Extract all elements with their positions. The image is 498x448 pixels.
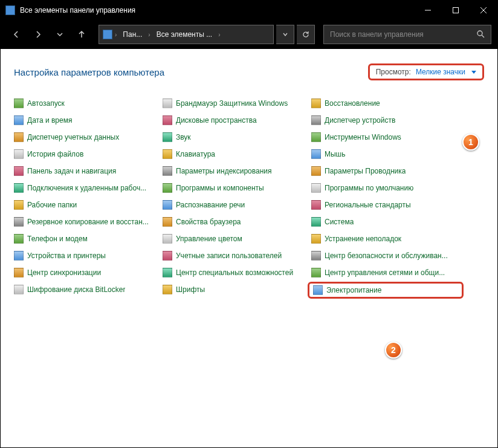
navbar: › Пан... › Все элементы ... › Поиск в па…: [1, 20, 497, 49]
item-label: Электропитание: [326, 286, 381, 294]
item-label: Дата и время: [27, 116, 72, 125]
item-icon: [163, 285, 172, 294]
control-panel-item[interactable]: Дата и время: [14, 114, 163, 126]
item-icon: [163, 132, 172, 142]
control-panel-item[interactable]: Устройства и принтеры: [14, 250, 163, 262]
item-label: Диспетчер устройств: [325, 116, 395, 125]
control-panel-item[interactable]: Клавиатура: [163, 148, 311, 160]
control-panel-item[interactable]: Шрифты: [163, 284, 311, 296]
address-drop-button[interactable]: [276, 25, 294, 44]
titlebar: Все элементы панели управления: [1, 1, 497, 20]
items-grid: АвтозапускБрандмауэр Защитника WindowsВо…: [14, 97, 484, 297]
item-label: Региональные стандарты: [325, 201, 411, 209]
page-title: Настройка параметров компьютера: [14, 67, 164, 77]
minimize-button[interactable]: [414, 1, 442, 20]
view-label: Просмотр:: [376, 68, 411, 76]
breadcrumb-2[interactable]: Все элементы ...: [153, 30, 216, 39]
maximize-button[interactable]: [442, 1, 470, 20]
control-panel-item[interactable]: Брандмауэр Защитника Windows: [163, 97, 311, 109]
item-icon: [163, 99, 172, 108]
control-panel-item[interactable]: Подключения к удаленным рабоч...: [14, 182, 163, 194]
forward-button[interactable]: [28, 25, 48, 44]
item-label: Панель задач и навигация: [27, 167, 116, 175]
control-panel-item[interactable]: Мышь: [311, 148, 460, 160]
control-panel-item[interactable]: Инструменты Windows: [311, 131, 460, 143]
item-label: Центр безопасности и обслуживан...: [325, 252, 448, 260]
control-panel-item[interactable]: Центр синхронизации: [14, 267, 163, 279]
breadcrumb-1[interactable]: Пан...: [119, 30, 146, 39]
control-panel-item[interactable]: Управление цветом: [163, 233, 311, 245]
address-bar[interactable]: › Пан... › Все элементы ... ›: [99, 25, 274, 44]
control-panel-item[interactable]: Восстановление: [311, 97, 460, 109]
control-panel-item[interactable]: История файлов: [14, 148, 163, 160]
item-icon: [311, 251, 321, 261]
item-label: Мышь: [325, 150, 346, 158]
control-panel-item[interactable]: Панель задач и навигация: [14, 165, 163, 177]
item-label: Распознавание речи: [176, 201, 245, 209]
item-icon: [14, 217, 24, 227]
item-label: Автозапуск: [27, 99, 65, 108]
item-label: Резервное копирование и восстан...: [27, 218, 149, 226]
item-label: Управление цветом: [176, 235, 242, 243]
control-panel-item[interactable]: Дисковые пространства: [163, 114, 311, 126]
close-button[interactable]: [470, 1, 497, 20]
item-icon: [311, 268, 321, 278]
item-label: Звук: [176, 133, 191, 141]
view-dropdown[interactable]: Просмотр: Мелкие значки: [368, 63, 484, 80]
item-icon: [14, 200, 24, 210]
item-icon: [311, 132, 321, 142]
item-icon: [163, 149, 172, 159]
control-panel-item[interactable]: Программы и компоненты: [163, 182, 311, 194]
control-panel-item[interactable]: Система: [311, 216, 460, 228]
control-panel-item[interactable]: Параметры индексирования: [163, 165, 311, 177]
item-icon: [311, 234, 321, 244]
chevron-right-icon: ›: [148, 31, 150, 38]
item-label: Устройства и принтеры: [27, 252, 106, 260]
recent-locations-button[interactable]: [50, 25, 70, 44]
control-panel-item[interactable]: Диспетчер учетных данных: [14, 131, 163, 143]
item-label: Программы по умолчанию: [325, 184, 413, 192]
window-title: Все элементы панели управления: [20, 6, 135, 15]
control-panel-item[interactable]: Центр специальных возможностей: [163, 267, 311, 279]
item-icon: [14, 183, 24, 193]
back-button[interactable]: [7, 25, 26, 44]
item-label: Рабочие папки: [27, 201, 77, 209]
control-panel-item[interactable]: Устранение неполадок: [311, 233, 460, 245]
control-panel-item[interactable]: Региональные стандарты: [311, 199, 460, 211]
item-icon: [311, 183, 321, 193]
control-panel-item[interactable]: Распознавание речи: [163, 199, 311, 211]
item-icon: [311, 166, 321, 176]
search-icon: [476, 30, 485, 40]
control-panel-item[interactable]: Автозапуск: [14, 97, 163, 109]
control-panel-item[interactable]: Программы по умолчанию: [311, 182, 460, 194]
refresh-button[interactable]: [297, 25, 315, 44]
control-panel-item[interactable]: Центр управления сетями и общи...: [311, 267, 460, 279]
control-panel-item[interactable]: Свойства браузера: [163, 216, 311, 228]
control-panel-item[interactable]: Телефон и модем: [14, 233, 163, 245]
item-icon: [313, 285, 323, 295]
callout-1: 1: [462, 134, 479, 151]
item-label: Подключения к удаленным рабоч...: [27, 184, 146, 192]
control-panel-window: Все элементы панели управления › Пан...: [0, 0, 498, 448]
item-icon: [14, 115, 24, 125]
item-label: Система: [325, 218, 354, 226]
control-panel-item[interactable]: Шифрование диска BitLocker: [14, 284, 163, 296]
item-label: Шифрование диска BitLocker: [27, 285, 125, 294]
control-panel-item[interactable]: Диспетчер устройств: [311, 114, 460, 126]
control-panel-item[interactable]: Звук: [163, 131, 311, 143]
callout-2: 2: [385, 342, 402, 359]
item-icon: [14, 99, 24, 108]
search-input[interactable]: Поиск в панели управления: [323, 25, 491, 44]
control-panel-item[interactable]: Резервное копирование и восстан...: [14, 216, 163, 228]
item-icon: [14, 251, 24, 261]
item-label: Параметры Проводника: [325, 167, 406, 175]
control-panel-item[interactable]: Учетные записи пользователей: [163, 250, 311, 262]
item-label: Устранение неполадок: [325, 235, 401, 243]
item-label: Инструменты Windows: [325, 133, 401, 141]
control-panel-item[interactable]: Электропитание: [308, 282, 464, 299]
control-panel-item[interactable]: Параметры Проводника: [311, 165, 460, 177]
up-button[interactable]: [72, 25, 91, 44]
control-panel-item[interactable]: Центр безопасности и обслуживан...: [311, 250, 460, 262]
chevron-right-icon: ›: [218, 31, 220, 38]
control-panel-item[interactable]: Рабочие папки: [14, 199, 163, 211]
